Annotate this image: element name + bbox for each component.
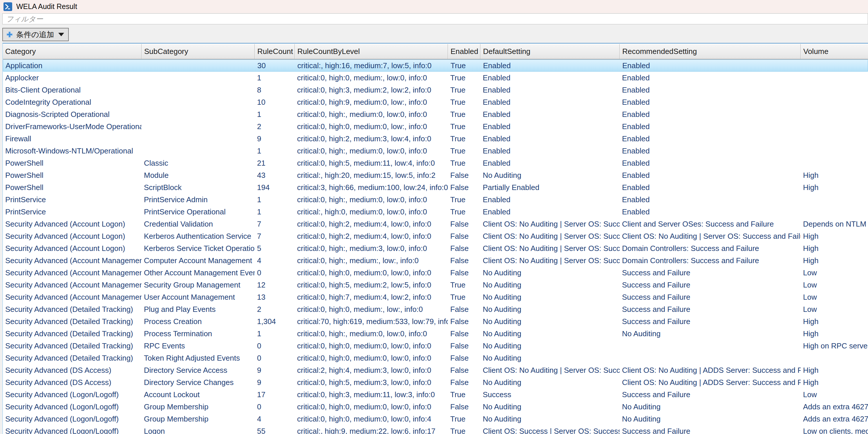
cell-subcategory: RPC Events	[142, 340, 255, 352]
column-header-rulecountbylevel[interactable]: RuleCountByLevel	[295, 44, 448, 59]
cell-recommendedsetting: Success and Failure	[620, 425, 801, 434]
table-row[interactable]: Firewall9critical:0, high:2, medium:3, l…	[3, 132, 868, 145]
cell-enabled: False	[448, 340, 480, 352]
cell-rulecount: 43	[255, 169, 295, 181]
table-row[interactable]: Security Advanced (Logon/Logoff)Group Me…	[3, 401, 868, 413]
cell-subcategory: Account Lockout	[142, 389, 255, 401]
table-row[interactable]: Security Advanced (Account Management)Ot…	[3, 267, 868, 279]
cell-enabled: True	[448, 132, 480, 145]
table-row[interactable]: Security Advanced (Logon/Logoff)Account …	[3, 389, 868, 401]
cell-subcategory: Other Account Management Events	[142, 267, 255, 279]
cell-rulecount: 1	[255, 328, 295, 340]
cell-subcategory: Directory Service Access	[142, 364, 255, 376]
cell-rulecountbylevel: critical:, high:20, medium:15, low:5, in…	[295, 169, 448, 181]
cell-defaultsetting: No Auditing	[480, 376, 620, 389]
cell-defaultsetting: No Auditing	[480, 315, 620, 328]
filter-input[interactable]	[2, 13, 868, 24]
table-row[interactable]: Security Advanced (Account Logon)Credent…	[3, 218, 868, 230]
cell-enabled: False	[448, 267, 480, 279]
cell-rulecount: 13	[255, 291, 295, 303]
cell-volume: High	[801, 242, 868, 254]
cell-volume	[801, 206, 868, 218]
table-row[interactable]: PrintServicePrintService Admin1critical:…	[3, 193, 868, 206]
cell-rulecount: 55	[255, 425, 295, 434]
cell-subcategory: Classic	[142, 157, 255, 169]
column-header-recommendedsetting[interactable]: RecommendedSetting	[620, 44, 801, 59]
cell-rulecountbylevel: critical:0, high:5, medium:3, low:0, inf…	[295, 376, 448, 389]
cell-recommendedsetting: Enabled	[620, 108, 801, 120]
chevron-down-icon	[58, 33, 64, 36]
table-row[interactable]: Diagnosis-Scripted Operational1critical:…	[3, 108, 868, 120]
cell-subcategory	[142, 108, 255, 120]
table-row[interactable]: PowerShellScriptBlock194critical:3, high…	[3, 181, 868, 193]
cell-subcategory: Security Group Management	[142, 279, 255, 291]
table-row[interactable]: Security Advanced (Detailed Tracking)Pro…	[3, 315, 868, 328]
cell-recommendedsetting: Client and Server OSes: Success and Fail…	[620, 218, 801, 230]
cell-recommendedsetting: Enabled	[620, 193, 801, 206]
cell-rulecountbylevel: critical:0, high:2, medium:4, low:0, inf…	[295, 230, 448, 242]
table-row[interactable]: Security Advanced (Account Management)Se…	[3, 279, 868, 291]
cell-defaultsetting: Enabled	[481, 60, 620, 71]
table-row[interactable]: CodeIntegrity Operational10critical:0, h…	[3, 96, 868, 108]
add-criteria-button[interactable]: 条件の追加	[2, 28, 69, 41]
table-row[interactable]: Microsoft-Windows-NTLM/Operational1criti…	[3, 145, 868, 157]
table-row[interactable]: PowerShellClassic21critical:0, high:5, m…	[3, 157, 868, 169]
cell-subcategory	[142, 132, 255, 145]
cell-rulecount: 8	[255, 84, 295, 96]
cell-enabled: False	[448, 352, 480, 364]
cell-rulecount: 10	[255, 96, 295, 108]
cell-recommendedsetting: Success and Failure	[620, 279, 801, 291]
cell-category: Bits-Client Operational	[3, 84, 142, 96]
cell-category: Security Advanced (Logon/Logoff)	[3, 425, 142, 434]
table-row[interactable]: Applocker1critical:0, high:0, medium:, l…	[3, 72, 868, 84]
cell-recommendedsetting: Success and Failure	[620, 315, 801, 328]
cell-defaultsetting: No Auditing	[480, 279, 620, 291]
table-row[interactable]: Security Advanced (Account Management)Co…	[3, 254, 868, 267]
cell-subcategory: PrintService Admin	[142, 193, 255, 206]
table-row[interactable]: PrintServicePrintService Operational1cri…	[3, 206, 868, 218]
table-row[interactable]: Bits-Client Operational8critical:0, high…	[3, 84, 868, 96]
cell-volume: Low	[801, 291, 868, 303]
cell-rulecountbylevel: critical:0, high:0, medium:, low:, info:…	[295, 303, 448, 315]
table-row[interactable]: Security Advanced (Account Logon)Kerbero…	[3, 230, 868, 242]
cell-recommendedsetting: Success and Failure	[620, 303, 801, 315]
cell-rulecount: 0	[255, 267, 295, 279]
cell-defaultsetting: Enabled	[480, 157, 620, 169]
table-row[interactable]: Security Advanced (Account Management)Us…	[3, 291, 868, 303]
column-header-volume[interactable]: Volume	[801, 44, 868, 59]
table-row[interactable]: Security Advanced (Logon/Logoff)Group Me…	[3, 413, 868, 425]
table-row[interactable]: DriverFrameworks-UserMode Operational2cr…	[3, 120, 868, 132]
cell-enabled: True	[448, 108, 480, 120]
cell-enabled: False	[448, 230, 480, 242]
table-row[interactable]: Security Advanced (Logon/Logoff)Logon55c…	[3, 425, 868, 434]
table-row[interactable]: Security Advanced (Detailed Tracking)Plu…	[3, 303, 868, 315]
cell-category: Security Advanced (DS Access)	[3, 376, 142, 389]
table-row[interactable]: PowerShellModule43critical:, high:20, me…	[3, 169, 868, 181]
cell-category: Security Advanced (Logon/Logoff)	[3, 413, 142, 425]
table-row[interactable]: Application30critical:, high:16, medium:…	[3, 59, 868, 72]
cell-category: Security Advanced (Account Management)	[3, 254, 142, 267]
column-header-enabled[interactable]: Enabled	[448, 44, 480, 59]
column-header-category[interactable]: Category	[3, 44, 142, 59]
cell-rulecount: 9	[255, 364, 295, 376]
cell-rulecount: 1	[255, 206, 295, 218]
cell-volume: High	[801, 230, 868, 242]
cell-volume	[801, 60, 868, 71]
table-row[interactable]: Security Advanced (Detailed Tracking)Tok…	[3, 352, 868, 364]
table-row[interactable]: Security Advanced (DS Access)Directory S…	[3, 376, 868, 389]
cell-rulecount: 17	[255, 389, 295, 401]
cell-recommendedsetting	[620, 340, 801, 352]
cell-volume: Low	[801, 389, 868, 401]
cell-rulecountbylevel: critical:0, high:2, medium:3, low:4, inf…	[295, 132, 448, 145]
column-header-subcategory[interactable]: SubCategory	[142, 44, 255, 59]
cell-enabled: False	[448, 328, 480, 340]
table-row[interactable]: Security Advanced (DS Access)Directory S…	[3, 364, 868, 376]
table-row[interactable]: Security Advanced (Account Logon)Kerbero…	[3, 242, 868, 254]
column-header-defaultsetting[interactable]: DefaultSetting	[480, 44, 620, 59]
table-row[interactable]: Security Advanced (Detailed Tracking)RPC…	[3, 340, 868, 352]
column-header-rulecount[interactable]: RuleCount	[255, 44, 295, 59]
cell-enabled: True	[448, 193, 480, 206]
cell-rulecount: 9	[255, 376, 295, 389]
cell-rulecountbylevel: critical:0, high:7, medium:4, low:2, inf…	[295, 291, 448, 303]
table-row[interactable]: Security Advanced (Detailed Tracking)Pro…	[3, 328, 868, 340]
